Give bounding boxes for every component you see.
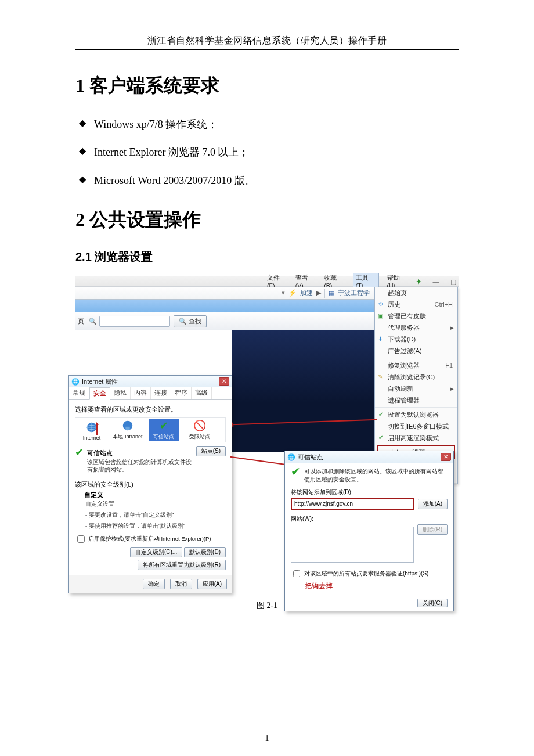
cancel-button[interactable]: 取消 xyxy=(170,579,192,589)
menu-item-fastrender[interactable]: 启用高速渲染模式 xyxy=(375,432,457,444)
accel-label: 加速 xyxy=(300,289,313,297)
close-button[interactable]: 关闭(C) xyxy=(417,599,448,607)
tab-content[interactable]: 内容 xyxy=(131,387,151,399)
find-button[interactable]: 🔍 查找 xyxy=(174,315,207,327)
zone-intranet[interactable]: 本地 Intranet xyxy=(113,419,143,441)
toolbar-divider xyxy=(324,289,325,298)
zone-trusted[interactable]: ✔ 可信站点 xyxy=(149,419,179,441)
remove-button[interactable]: 删除(R) xyxy=(417,524,448,535)
zone-restricted[interactable]: 🚫 受限站点 xyxy=(185,419,215,441)
header-divider xyxy=(75,49,459,50)
custom-desc-3: - 要使用推荐的设置，请单击“默认级别” xyxy=(85,523,226,530)
trusted-sites-dialog: 🌐 可信站点 ✕ ✔ 可以添加和删除该区域的网站。该区域中的所有网站都使用区域的… xyxy=(284,451,454,611)
find-bar: 页 🔍 🔍 查找 xyxy=(75,312,374,330)
dialog-title: 可信站点 xyxy=(298,453,323,462)
dialog-title: Internet 属性 xyxy=(82,377,118,386)
custom-level-button[interactable]: 自定义级别(C)... xyxy=(130,547,182,557)
document-header: 浙江省自然科学基金网络信息系统（研究人员）操作手册 xyxy=(75,35,459,47)
list-item: Internet Explorer 浏览器 7.0 以上； xyxy=(75,143,459,161)
protected-mode-checkbox[interactable] xyxy=(77,535,85,543)
find-button-label: 查找 xyxy=(189,318,201,325)
site-listbox[interactable] xyxy=(291,527,414,563)
accel-icon: ⚡ xyxy=(288,289,297,297)
requirements-list: Windows xp/7/8 操作系统； Internet Explorer 浏… xyxy=(75,115,459,190)
find-tab: 页 xyxy=(78,317,84,326)
apply-button[interactable]: 应用(A) xyxy=(197,579,227,589)
add-button[interactable]: 添加(A) xyxy=(418,499,448,509)
menu-item-default-browser[interactable]: 设置为默认浏览器 xyxy=(375,407,457,420)
trusted-sites-header: 可信站点 xyxy=(87,449,193,458)
submenu-arrow-icon: ▸ xyxy=(450,384,454,393)
https-verify-checkbox[interactable] xyxy=(293,570,300,577)
menu-item-repair[interactable]: 修复浏览器F1 xyxy=(375,358,457,371)
menu-item-skin[interactable]: ▣管理已有皮肤 xyxy=(375,310,457,322)
globe-icon: 🌐 xyxy=(71,378,80,386)
annotation-uncheck-note: 把钩去掉 xyxy=(305,581,448,591)
menu-item-ie6mode[interactable]: 切换到IE6多窗口模式 xyxy=(375,420,457,432)
menu-item-proxy[interactable]: 代理服务器▸ xyxy=(375,322,457,333)
ok-button[interactable]: 确定 xyxy=(143,579,165,589)
menu-item-procmgr[interactable]: 进程管理器 xyxy=(375,394,457,406)
menu-item-clear[interactable]: ✎清除浏览记录(C) xyxy=(375,371,457,383)
broom-icon: ✎ xyxy=(378,373,383,381)
skin-icon: ▣ xyxy=(378,312,383,320)
sites-button[interactable]: 站点(S) xyxy=(196,446,226,456)
custom-header: 自定义 xyxy=(84,491,226,499)
globe-icon: 🌐 xyxy=(287,453,295,461)
dialog-titlebar: 🌐 可信站点 ✕ xyxy=(285,451,453,463)
intranet-icon xyxy=(121,419,134,432)
dialog-titlebar: 🌐 Internet 属性 ✕ xyxy=(69,376,232,387)
tab-programs[interactable]: 程序 xyxy=(171,387,192,399)
section-2-heading: 2 公共设置操作 xyxy=(75,207,459,233)
tab-advanced[interactable]: 高级 xyxy=(192,387,212,399)
zone-prompt: 选择要查看的区域或更改安全设置。 xyxy=(75,406,226,414)
menu-item-download[interactable]: ⬇下载器(D) xyxy=(375,333,457,345)
trusted-sites-desc: 该区域包含您信任对您的计算机或文件没有损害的网站。 xyxy=(87,459,193,474)
menu-item-startpage[interactable]: 起始页 xyxy=(375,287,457,298)
menu-item-autoref[interactable]: 自动刷新▸ xyxy=(375,383,457,394)
dialog-footer: 关闭(C) xyxy=(285,596,453,611)
browser-menubar: 文件(F) 查看(V) 收藏(B) 工具(T) 帮助(H) ✦ — ▢ xyxy=(75,276,459,287)
download-icon: ⬇ xyxy=(378,335,383,343)
custom-desc-2: - 要更改设置，请单击“自定义级别” xyxy=(85,512,226,519)
svg-rect-3 xyxy=(125,427,129,430)
figure-2-1: 文件(F) 查看(V) 收藏(B) 工具(T) 帮助(H) ✦ — ▢ ▾ ⚡ … xyxy=(75,276,459,596)
menu-item-history[interactable]: ⟲历史Ctrl+H xyxy=(375,298,457,310)
https-verify-label: 对该区域中的所有站点要求服务器验证(https:)(S) xyxy=(304,570,428,578)
play-icon[interactable]: ▶ xyxy=(316,289,321,297)
trusted-intro: ✔ 可以添加和删除该区域的网站。该区域中的所有网站都使用区域的安全设置。 xyxy=(291,467,448,484)
find-input[interactable] xyxy=(99,316,170,327)
browser-address-strip xyxy=(75,300,374,312)
add-site-input[interactable]: http://www.zjnsf.gov.cn xyxy=(291,498,414,510)
tab-connection[interactable]: 连接 xyxy=(151,387,171,399)
protected-mode-label: 启用保护模式(要求重新启动 Internet Explorer)(P) xyxy=(88,535,211,542)
dialog-footer: 确定 取消 应用(A) xyxy=(69,575,232,593)
close-icon[interactable]: ✕ xyxy=(441,453,451,461)
tab-privacy[interactable]: 隐私 xyxy=(110,387,131,399)
zone-selector: Internet 本地 Intranet ✔ 可信站点 🚫 受限站点 xyxy=(75,417,226,442)
check-icon: ✔ xyxy=(149,419,179,432)
tab-security[interactable]: 安全 xyxy=(89,387,110,400)
page-number: 1 xyxy=(0,734,534,743)
security-level-header: 该区域的安全级别(L) xyxy=(75,481,226,489)
site-icon: ▦ xyxy=(329,289,334,297)
list-item: Microsoft Word 2003/2007/2010 版。 xyxy=(75,171,459,190)
section-1-heading: 1 客户端系统要求 xyxy=(75,73,459,99)
add-site-label: 将该网站添加到区域(D): xyxy=(291,488,448,496)
minimize-icon[interactable]: — xyxy=(433,278,439,285)
window-accent-icon: ✦ xyxy=(416,278,421,285)
address-hint: 宁波工程学 xyxy=(338,289,370,297)
site-list-label: 网站(W): xyxy=(291,515,448,523)
history-icon: ⟲ xyxy=(378,300,383,308)
maximize-icon[interactable]: ▢ xyxy=(450,278,456,285)
close-icon[interactable]: ✕ xyxy=(219,377,229,386)
dialog-tabs: 常规 安全 隐私 内容 连接 程序 高级 xyxy=(69,387,232,400)
reset-all-button[interactable]: 将所有区域重置为默认级别(R) xyxy=(138,560,226,570)
zone-internet[interactable]: Internet xyxy=(77,421,107,441)
default-level-button[interactable]: 默认级别(D) xyxy=(184,547,226,557)
tab-general[interactable]: 常规 xyxy=(69,387,89,399)
dropdown-icon[interactable]: ▾ xyxy=(282,289,285,297)
browser-toolbar: ▾ ⚡ 加速 ▶ ▦ 宁波工程学 xyxy=(75,287,374,300)
custom-desc-1: 自定义设置 xyxy=(85,501,226,508)
menu-item-adblock[interactable]: 广告过滤(A) xyxy=(375,345,457,357)
